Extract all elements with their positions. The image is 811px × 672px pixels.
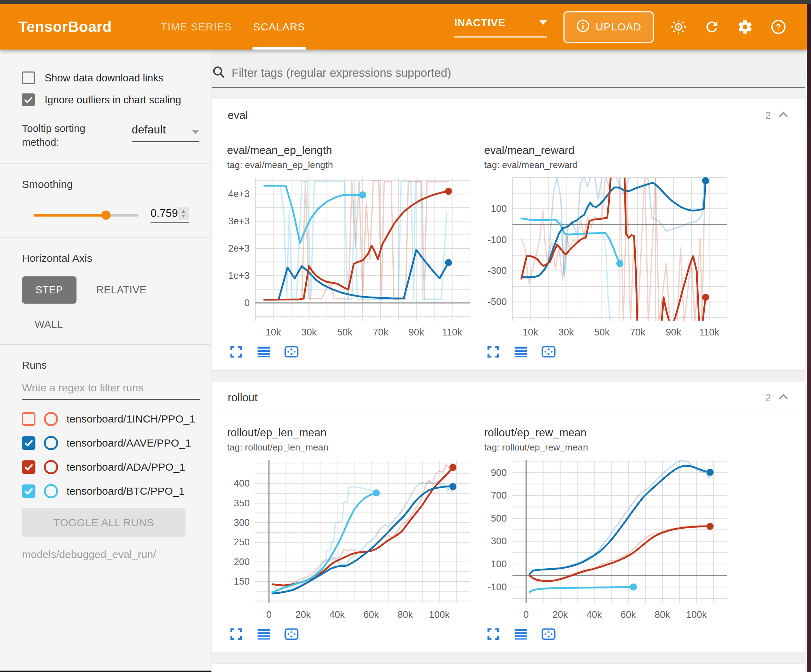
axis-step-button[interactable]: STEP xyxy=(22,276,76,304)
svg-text:1e+3: 1e+3 xyxy=(228,270,250,281)
svg-text:80k: 80k xyxy=(655,609,670,620)
run-checkbox[interactable] xyxy=(22,484,36,498)
chevron-up-icon[interactable] xyxy=(777,108,789,122)
section-header-time[interactable]: time xyxy=(212,664,805,672)
section-header-eval[interactable]: eval 2 xyxy=(212,99,805,132)
show-download-links-checkbox[interactable] xyxy=(22,71,35,84)
stepper-arrows-icon[interactable]: ▲▼ xyxy=(178,207,189,220)
chart-tag: tag: rollout/ep_rew_mean xyxy=(484,442,732,453)
svg-text:?: ? xyxy=(776,23,781,32)
divider xyxy=(0,164,210,164)
run-row[interactable]: tensorboard/BTC/PPO_1 xyxy=(22,484,210,498)
chart-canvas[interactable]: 10k30k50k70k90k110k01e+32e+33e+34e+3 xyxy=(227,174,475,340)
run-checkbox[interactable] xyxy=(22,436,36,450)
smoothing-slider[interactable] xyxy=(34,214,139,217)
section-header-rollout[interactable]: rollout 2 xyxy=(212,381,805,414)
status-dropdown[interactable]: INACTIVE xyxy=(455,17,547,37)
chart-canvas[interactable]: 10k30k50k70k90k110k100-100-300-500 xyxy=(484,174,732,340)
expand-chart-icon[interactable] xyxy=(484,625,502,643)
run-label: tensorboard/BTC/PPO_1 xyxy=(66,485,185,497)
fit-domain-icon[interactable] xyxy=(540,625,558,643)
slider-knob[interactable] xyxy=(101,210,110,220)
toggle-all-runs-button[interactable]: TOGGLE ALL RUNS xyxy=(22,508,186,537)
runs-logdir-path: models/debugged_eval_run/ xyxy=(22,548,210,560)
axis-mode-buttons: STEP RELATIVE xyxy=(22,276,210,304)
chart-actions xyxy=(227,342,475,361)
tab-time-series[interactable]: TIME SERIES xyxy=(150,4,243,49)
svg-text:2e+3: 2e+3 xyxy=(228,243,250,254)
fit-domain-icon[interactable] xyxy=(282,342,301,361)
horizontal-axis-label: Horizontal Axis xyxy=(22,252,210,264)
svg-text:60k: 60k xyxy=(363,609,379,620)
window-right-strip xyxy=(807,4,811,672)
ignore-outliers-checkbox[interactable] xyxy=(22,93,35,106)
ignore-outliers-row[interactable]: Ignore outliers in chart scaling xyxy=(22,93,210,106)
chart-actions xyxy=(227,625,475,643)
svg-text:110k: 110k xyxy=(442,327,462,338)
chart-title: eval/mean_ep_length xyxy=(227,144,475,157)
chevron-up-icon[interactable] xyxy=(777,391,789,405)
run-row[interactable]: tensorboard/AAVE/PPO_1 xyxy=(22,436,210,450)
svg-text:-500: -500 xyxy=(488,296,507,307)
tooltip-sorting-row: Tooltip sorting method: default xyxy=(22,122,210,149)
run-checkbox[interactable] xyxy=(22,412,36,426)
svg-text:100k: 100k xyxy=(686,609,707,620)
axis-wall-button[interactable]: WALL xyxy=(35,318,63,330)
axis-relative-button[interactable]: RELATIVE xyxy=(96,284,147,296)
svg-text:10k: 10k xyxy=(266,327,281,338)
tooltip-sorting-select[interactable]: default xyxy=(132,123,199,142)
tab-bar: TIME SERIES SCALARS xyxy=(150,4,316,49)
divider xyxy=(0,344,210,345)
help-icon[interactable]: ? xyxy=(770,19,787,36)
svg-text:30k: 30k xyxy=(558,327,574,338)
upload-button[interactable]: UPLOAD xyxy=(563,11,654,43)
svg-text:150: 150 xyxy=(234,576,250,587)
show-download-links-row[interactable]: Show data download links xyxy=(22,71,210,84)
chart-tag: tag: eval/mean_ep_length xyxy=(227,159,475,171)
runs-label: Runs xyxy=(22,359,210,371)
run-label: tensorboard/AAVE/PPO_1 xyxy=(66,437,191,449)
fit-domain-icon[interactable] xyxy=(282,625,301,643)
svg-text:80k: 80k xyxy=(397,609,413,620)
svg-text:900: 900 xyxy=(491,467,507,478)
refresh-icon[interactable] xyxy=(703,19,720,36)
runs-data-icon[interactable] xyxy=(254,342,273,361)
svg-text:350: 350 xyxy=(234,498,250,508)
svg-text:250: 250 xyxy=(234,537,250,547)
chart-canvas[interactable]: 020k40k60k80k100k-100100300500700900 xyxy=(484,457,732,623)
chart-tag: tag: eval/mean_reward xyxy=(484,159,732,171)
app-title: TensorBoard xyxy=(19,19,112,36)
brightness-icon[interactable] xyxy=(670,19,687,36)
svg-text:40k: 40k xyxy=(587,609,602,620)
run-color-circle-icon xyxy=(44,412,58,426)
svg-text:-100: -100 xyxy=(488,582,507,592)
chart-actions xyxy=(484,625,732,643)
chart-block: eval/mean_reward tag: eval/mean_reward 1… xyxy=(484,144,732,361)
tag-filter-input[interactable]: Filter tags (regular expressions support… xyxy=(212,65,805,88)
run-row[interactable]: tensorboard/ADA/PPO_1 xyxy=(22,460,210,474)
window-top-strip xyxy=(0,0,811,4)
tab-scalars[interactable]: SCALARS xyxy=(243,4,316,49)
chart-canvas[interactable]: 020k40k60k80k100k150200250300350400 xyxy=(227,457,475,623)
runs-data-icon[interactable] xyxy=(512,342,530,361)
fit-domain-icon[interactable] xyxy=(540,342,558,361)
expand-chart-icon[interactable] xyxy=(227,625,246,643)
gear-icon[interactable] xyxy=(736,19,753,36)
section-count: 2 xyxy=(765,110,771,121)
section-card-time: time xyxy=(212,664,805,672)
svg-text:300: 300 xyxy=(234,517,250,528)
runs-data-icon[interactable] xyxy=(512,625,530,643)
run-color-circle-icon xyxy=(44,460,58,474)
expand-chart-icon[interactable] xyxy=(227,342,246,361)
smoothing-value-input[interactable]: 0.759 ▲▼ xyxy=(151,207,189,223)
chart-title: rollout/ep_rew_mean xyxy=(484,427,732,439)
section-body-eval: eval/mean_ep_length tag: eval/mean_ep_le… xyxy=(212,132,805,370)
runs-data-icon[interactable] xyxy=(254,625,273,643)
run-filter-input[interactable]: Write a regex to filter runs xyxy=(22,382,200,400)
svg-text:0: 0 xyxy=(244,298,250,308)
info-icon xyxy=(576,19,590,36)
run-row[interactable]: tensorboard/1INCH/PPO_1 xyxy=(22,412,210,426)
run-checkbox[interactable] xyxy=(22,460,36,474)
svg-text:90k: 90k xyxy=(409,327,424,338)
expand-chart-icon[interactable] xyxy=(484,342,502,361)
